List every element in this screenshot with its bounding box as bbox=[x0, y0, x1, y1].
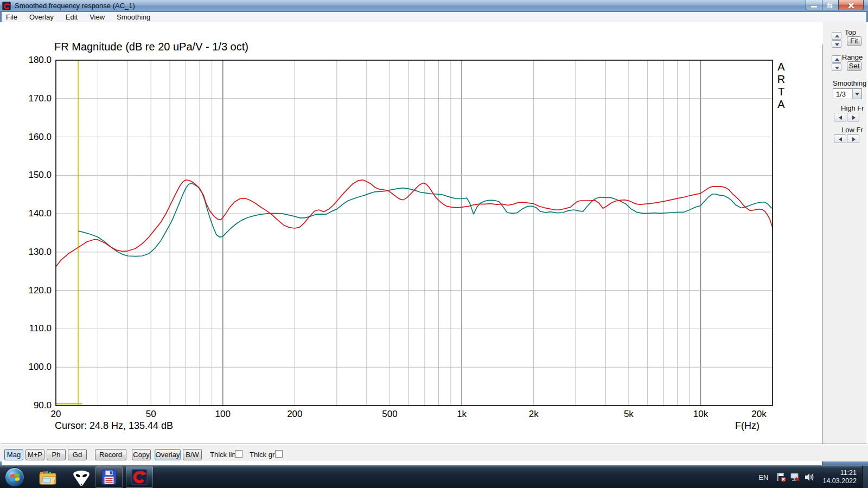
action-center-flag-icon[interactable] bbox=[776, 472, 787, 483]
clock-time: 11:21 bbox=[822, 469, 857, 477]
cursor-readout: Cursor: 24.8 Hz, 135.44 dB bbox=[55, 420, 173, 432]
top-label: Top bbox=[845, 28, 856, 36]
x-tick-label: 20 bbox=[40, 409, 72, 420]
x-tick-label: 20k bbox=[743, 409, 775, 420]
side-panel: Top Fit Range Set Smoothing 1/3 High Fr … bbox=[823, 22, 866, 444]
x-tick-label: 50 bbox=[135, 409, 167, 420]
x-tick-label: 5k bbox=[612, 409, 645, 420]
y-tick-label: 160.0 bbox=[18, 132, 52, 143]
bottom-toolbar: MagM+PPhGdRecordCopyOverlayB/WThick line… bbox=[0, 444, 868, 461]
start-button[interactable] bbox=[5, 467, 24, 487]
y-tick-label: 150.0 bbox=[18, 170, 52, 181]
x-tick-label: 500 bbox=[374, 409, 406, 420]
y-tick-label: 140.0 bbox=[18, 208, 52, 219]
low-fr-right-button[interactable] bbox=[847, 134, 859, 143]
screen: { "window": { "title": "Smoothed frequen… bbox=[0, 0, 868, 488]
volume-icon[interactable] bbox=[804, 472, 815, 483]
low-fr-label: Low Fr bbox=[841, 126, 863, 134]
overlay-curve-red bbox=[56, 180, 773, 267]
range-up-spinner[interactable] bbox=[832, 55, 841, 63]
toolbar-button-ph[interactable]: Ph bbox=[47, 449, 66, 460]
top-up-spinner[interactable] bbox=[832, 32, 841, 40]
x-axis-label: F(Hz) bbox=[722, 420, 760, 432]
range-label: Range bbox=[842, 53, 863, 61]
foobar2000-taskbar-icon[interactable] bbox=[71, 468, 92, 487]
chart-title: FR Magnitude (dB re 20 uPa/V - 1/3 oct) bbox=[54, 41, 248, 53]
x-tick-label: 1k bbox=[445, 409, 478, 420]
show-desktop-button[interactable] bbox=[862, 466, 868, 488]
network-status-icon[interactable] bbox=[790, 472, 801, 483]
high-fr-left-button[interactable] bbox=[834, 113, 846, 121]
smoothing-label: Smoothing bbox=[833, 79, 866, 87]
x-tick-label: 2k bbox=[518, 409, 550, 420]
checkbox-thick-line[interactable] bbox=[235, 450, 242, 458]
set-button[interactable]: Set bbox=[847, 61, 861, 71]
toolbar-button-record[interactable]: Record bbox=[95, 449, 126, 460]
taskbar-clock[interactable]: 11:21 14.03.2022 bbox=[822, 469, 857, 485]
arta-icon bbox=[131, 469, 148, 485]
top-down-spinner[interactable] bbox=[832, 40, 841, 48]
toolbar-button-gd[interactable]: Gd bbox=[68, 449, 87, 460]
arta-watermark: ARTA bbox=[775, 61, 787, 111]
fit-button[interactable]: Fit bbox=[847, 36, 861, 46]
toolbar-button-b-w[interactable]: B/W bbox=[183, 449, 202, 460]
y-tick-label: 130.0 bbox=[18, 247, 52, 258]
y-tick-label: 100.0 bbox=[18, 362, 52, 373]
toolbar-button-copy[interactable]: Copy bbox=[132, 449, 151, 460]
floppy-save-taskbar-tile[interactable] bbox=[95, 466, 123, 488]
x-tick-label: 10k bbox=[684, 409, 717, 420]
y-tick-label: 120.0 bbox=[18, 285, 52, 296]
windows-flag-icon bbox=[10, 473, 20, 482]
toolbar-button-mag[interactable]: Mag bbox=[4, 449, 23, 460]
range-down-spinner[interactable] bbox=[832, 63, 841, 71]
explorer-taskbar-icon[interactable] bbox=[37, 468, 59, 487]
y-tick-label: 170.0 bbox=[18, 93, 52, 104]
toolbar-button-overlay[interactable]: Overlay bbox=[155, 449, 181, 460]
x-tick-label: 200 bbox=[278, 409, 311, 420]
measured-curve-teal bbox=[78, 183, 773, 256]
arta-taskbar-tile[interactable] bbox=[126, 466, 153, 488]
y-tick-label: 110.0 bbox=[18, 323, 52, 334]
smoothing-dropdown[interactable]: 1/3 bbox=[833, 88, 862, 99]
checkbox-thick-grid[interactable] bbox=[275, 450, 283, 458]
toolbar-button-m-p[interactable]: M+P bbox=[25, 449, 44, 460]
chevron-down-icon bbox=[852, 89, 861, 99]
low-fr-left-button[interactable] bbox=[834, 134, 846, 143]
fr-magnitude-plot[interactable] bbox=[0, 0, 868, 466]
divider bbox=[1, 444, 867, 445]
x-tick-label: 100 bbox=[207, 409, 239, 420]
smoothing-value: 1/3 bbox=[836, 90, 846, 98]
taskbar: EN bbox=[0, 465, 868, 488]
clock-date: 14.03.2022 bbox=[822, 477, 857, 485]
floppy-disk-icon bbox=[101, 469, 117, 485]
high-fr-label: High Fr bbox=[841, 104, 864, 112]
y-tick-label: 180.0 bbox=[18, 55, 52, 66]
language-indicator[interactable]: EN bbox=[758, 473, 768, 481]
high-fr-right-button[interactable] bbox=[847, 113, 859, 121]
